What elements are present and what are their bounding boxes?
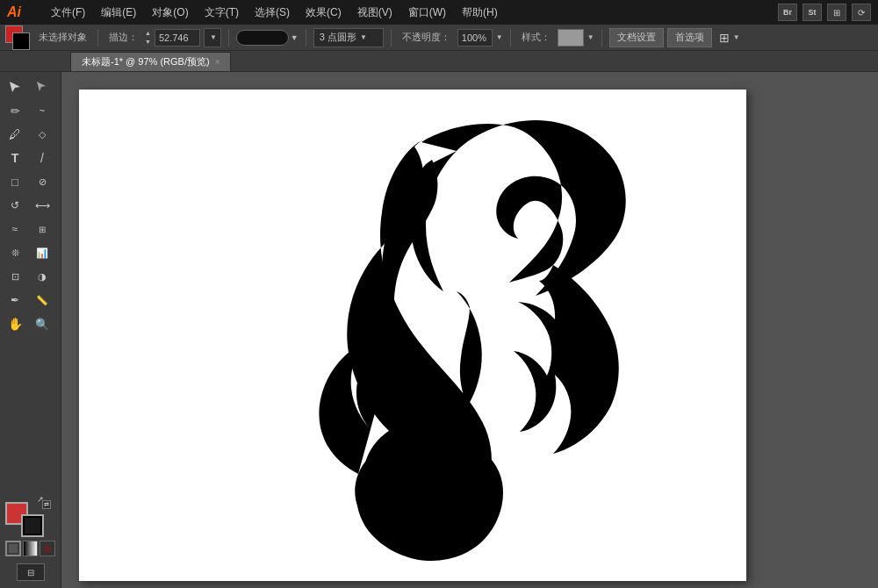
- opacity-label: 不透明度：: [399, 31, 454, 44]
- direct-select-tool-button[interactable]: [29, 75, 55, 98]
- artwork-svg: [79, 90, 746, 581]
- warp-tool-button[interactable]: ≈: [2, 218, 28, 240]
- options-bar: 未选择对象 描边： ▲ ▼ ▼ ▼ 3 点圆形 ▼ 不透明度： ▼ 样式： ▼ …: [0, 25, 878, 51]
- color-swatches: [5, 25, 32, 50]
- tool-row-type: T /: [2, 147, 59, 169]
- stock-button[interactable]: St: [802, 4, 822, 21]
- tool-row-shape2: ✒ 📏: [2, 289, 59, 312]
- tool-row-selection: [2, 75, 59, 98]
- gradient-tool-button[interactable]: ◑: [29, 265, 55, 288]
- stroke-color-swatch[interactable]: [12, 32, 30, 50]
- tab-close-button[interactable]: ×: [215, 57, 220, 67]
- screen-mode-area: ⊟: [5, 563, 55, 581]
- eyedropper-tool-button[interactable]: ✒: [2, 289, 28, 312]
- sync-button[interactable]: ⟳: [852, 4, 871, 21]
- no-selection-label: 未选择对象: [35, 31, 90, 44]
- stroke-value-input[interactable]: [155, 29, 200, 47]
- preferences-button[interactable]: 首选项: [667, 28, 712, 47]
- title-bar-right: Br St ⊞ ⟳: [778, 4, 871, 21]
- divider-3: [306, 29, 306, 47]
- arrange-icon[interactable]: ⊞: [719, 31, 730, 45]
- divider-4: [391, 29, 392, 47]
- color-mode-row: ⊘: [5, 541, 55, 556]
- document-tab[interactable]: 未标题-1* @ 97% (RGB/预览) ×: [70, 52, 231, 71]
- rect-tool-button[interactable]: □: [2, 170, 28, 193]
- blob-brush-tool-button[interactable]: 🖊: [2, 123, 28, 146]
- no-color-mode[interactable]: ⊘: [40, 541, 55, 556]
- title-bar: Ai 文件(F) 编辑(E) 对象(O) 文字(T) 选择(S) 效果(C) 视…: [0, 0, 878, 25]
- rotate-tool-button[interactable]: ↺: [2, 194, 28, 217]
- menu-window[interactable]: 窗口(W): [401, 4, 453, 22]
- tab-title: 未标题-1* @ 97% (RGB/预览): [82, 55, 210, 68]
- stroke-preview-container: ▼: [236, 30, 299, 46]
- erase-tool-button[interactable]: ◇: [29, 123, 55, 146]
- style-label: 样式：: [518, 31, 554, 44]
- stroke-swatch[interactable]: [21, 514, 44, 537]
- symbol-tool-button[interactable]: ❊: [2, 241, 28, 264]
- divider-1: [97, 29, 98, 47]
- fill-stroke-area: ⇄ ↗: [5, 502, 44, 537]
- style-selector[interactable]: [558, 29, 584, 47]
- grid-button[interactable]: ⊞: [827, 4, 846, 21]
- measure-tool-button[interactable]: 📏: [29, 289, 55, 312]
- stroke-up-down[interactable]: ▲ ▼: [145, 29, 151, 47]
- mesh-tool-button[interactable]: ⊡: [2, 265, 28, 288]
- type-tool-button[interactable]: T: [2, 147, 28, 169]
- tool-row-draw: ✏ ~: [2, 99, 59, 122]
- stroke-label: 描边：: [105, 31, 141, 44]
- divider-5: [510, 29, 511, 47]
- mirror-tool-button[interactable]: ⟷: [29, 194, 55, 217]
- bridge-button[interactable]: Br: [778, 4, 797, 21]
- paint-brush-tool-button[interactable]: ⊘: [29, 170, 55, 193]
- brush-selector[interactable]: 3 点圆形 ▼: [313, 28, 384, 47]
- left-toolbar: ✏ ~ 🖊 ◇ T / □ ⊘ ↺ ⟷ ≈ ⊞ ❊ 📊 ⊡: [0, 72, 61, 588]
- menu-bar: 文件(F) 编辑(E) 对象(O) 文字(T) 选择(S) 效果(C) 视图(V…: [44, 4, 767, 22]
- color-tools: ⇄ ↗ ⊘ ⊟: [2, 498, 59, 584]
- divider-6: [601, 29, 602, 47]
- width-tool-button[interactable]: ⊞: [29, 218, 55, 240]
- menu-select[interactable]: 选择(S): [248, 4, 297, 22]
- brush-arrow: ▼: [360, 33, 367, 41]
- menu-file[interactable]: 文件(F): [44, 4, 92, 22]
- line-tool-button[interactable]: /: [29, 147, 55, 169]
- stroke-unit-dropdown[interactable]: ▼: [204, 28, 221, 47]
- canvas-area[interactable]: [61, 72, 878, 588]
- zoom-tool-button[interactable]: 🔍: [29, 312, 55, 335]
- column-graph-tool-button[interactable]: 📊: [29, 241, 55, 264]
- tool-row-nav: ✋ 🔍: [2, 312, 59, 335]
- menu-view[interactable]: 视图(V): [350, 4, 399, 22]
- artboard: [79, 90, 746, 581]
- menu-object[interactable]: 对象(O): [145, 4, 195, 22]
- gradient-mode[interactable]: [23, 541, 39, 556]
- hand-tool-button[interactable]: ✋: [2, 312, 28, 335]
- tool-row-symbol: ❊ 📊: [2, 241, 59, 264]
- tool-row-transform: ↺ ⟷: [2, 194, 59, 217]
- menu-help[interactable]: 帮助(H): [455, 4, 505, 22]
- select-tool-button[interactable]: [2, 75, 28, 98]
- tool-row-shape: □ ⊘: [2, 170, 59, 193]
- menu-text[interactable]: 文字(T): [198, 4, 246, 22]
- main-area: ✏ ~ 🖊 ◇ T / □ ⊘ ↺ ⟷ ≈ ⊞ ❊ 📊 ⊡: [0, 72, 878, 588]
- solid-color-mode[interactable]: [5, 541, 21, 556]
- tool-row-pen: 🖊 ◇: [2, 123, 59, 146]
- style-arrow[interactable]: ▼: [587, 33, 594, 41]
- stroke-oval-preview: [236, 30, 289, 46]
- pencil-tool-button[interactable]: ✏: [2, 99, 28, 122]
- swap-colors-icon[interactable]: ↗: [37, 495, 46, 504]
- doc-settings-button[interactable]: 文档设置: [609, 28, 664, 47]
- stroke-shape-arrow[interactable]: ▼: [291, 33, 299, 42]
- tab-bar: 未标题-1* @ 97% (RGB/预览) ×: [0, 51, 878, 72]
- smooth-tool-button[interactable]: ~: [29, 99, 55, 122]
- opacity-arrow[interactable]: ▼: [496, 33, 503, 41]
- opacity-input[interactable]: [457, 29, 493, 47]
- menu-effect[interactable]: 效果(C): [299, 4, 349, 22]
- tool-row-warp: ≈ ⊞: [2, 218, 59, 240]
- app-logo: Ai: [7, 4, 33, 20]
- arrange-arrow[interactable]: ▼: [733, 33, 740, 41]
- screen-mode-button[interactable]: ⊟: [17, 563, 45, 581]
- divider-2: [228, 29, 229, 47]
- brush-label: 3 点圆形: [320, 31, 356, 44]
- menu-edit[interactable]: 编辑(E): [94, 4, 143, 22]
- tool-row-mesh: ⊡ ◑: [2, 265, 59, 288]
